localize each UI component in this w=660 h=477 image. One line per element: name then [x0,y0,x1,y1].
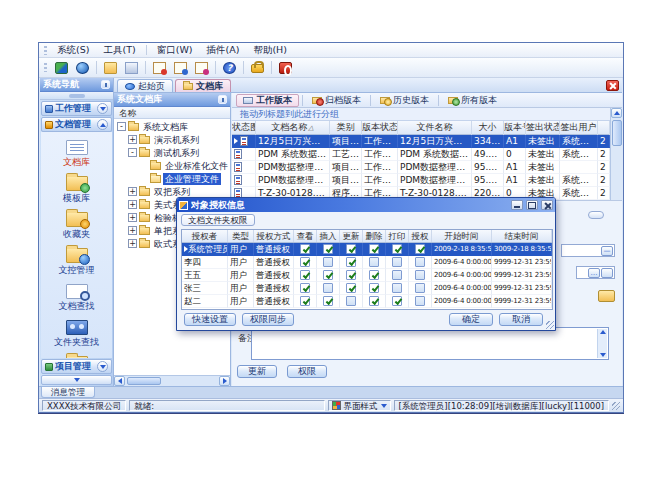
checkbox-checked-icon[interactable] [323,270,333,280]
column-header-8[interactable]: 签出状态 [526,121,560,135]
permission-button[interactable]: 权限 [287,365,327,378]
tree-node[interactable]: 企业标准化文件 [114,159,230,172]
column-header-1[interactable]: 状态图 [232,121,256,135]
sidebar-item-template-library[interactable]: 模板库 [63,172,90,203]
tab-document-library-tab[interactable]: 文档库 [175,79,231,92]
remark-textarea[interactable] [251,327,609,360]
browse-folder-button[interactable] [598,290,615,302]
checkbox-unchecked-icon[interactable] [392,283,402,293]
column-header-9[interactable]: 签出用户 [560,121,598,135]
checkbox-checked-icon[interactable] [300,257,310,267]
close-button[interactable] [541,200,553,210]
column-header-7[interactable]: 删除 [363,230,386,242]
scroll-up-button[interactable] [611,108,622,118]
interface-style-button[interactable]: 界面样式 [328,400,391,411]
minimize-button[interactable] [511,200,523,210]
column-header-7[interactable]: 版本号 [504,121,526,135]
checkbox-unchecked-icon[interactable] [392,270,402,280]
help-button[interactable] [220,59,239,76]
chevron-down-icon[interactable] [97,103,108,114]
checkbox-checked-icon[interactable] [300,283,310,293]
detail-collapse-button[interactable] [588,211,604,219]
column-header-4[interactable]: 查看 [294,230,317,242]
mail-send-button[interactable] [192,59,211,76]
column-header-3[interactable]: 类别 [330,121,362,135]
permission-row[interactable]: 系统管理员用户普通授权2009-2-18 8:35:573009-2-18 8:… [182,243,552,256]
checkbox-checked-icon[interactable] [346,283,356,293]
checkbox-checked-icon[interactable] [392,244,402,254]
column-header-5[interactable]: 插入 [317,230,340,242]
column-header-9[interactable]: 授权 [409,230,432,242]
sidebar-item-folder-search[interactable]: 文件夹查找 [54,316,99,347]
ellipsis-button[interactable]: — [601,246,613,256]
checkbox-checked-icon[interactable] [346,244,356,254]
checkbox-checked-icon[interactable] [369,270,379,280]
column-header-10[interactable]: 开始时间 [432,230,492,242]
column-header-6[interactable]: 大小 [472,121,504,135]
sidebar-scroll-down-button[interactable] [41,375,112,385]
expand-icon[interactable]: + [128,239,137,248]
column-header-2[interactable]: 文档名称△ [256,121,330,135]
group-by-bar[interactable]: 拖动列标题到此进行分组 [232,108,610,121]
checkbox-checked-icon[interactable] [392,296,402,306]
chevron-down-icon[interactable] [97,361,108,372]
tree-horizontal-scrollbar[interactable] [114,375,230,386]
maximize-button[interactable] [526,200,538,210]
resize-grip[interactable] [546,321,554,329]
menu-item-4[interactable]: 插件(A) [199,43,246,57]
tab-home-page[interactable]: 起始页 [117,79,173,92]
connection-button[interactable] [52,59,71,76]
lock-button[interactable] [248,59,267,76]
chevron-up-icon[interactable] [97,119,108,130]
checkbox-checked-icon[interactable] [369,283,379,293]
tab-history-version[interactable]: 历史版本 [374,94,435,107]
tab-document-folder-permissions[interactable]: 文档文件夹权限 [181,214,255,226]
sidebar-item-favorites[interactable]: 收藏夹 [63,208,90,239]
scroll-left-button[interactable] [114,376,125,386]
column-header-3[interactable]: 授权方式 [254,230,294,242]
checkbox-checked-icon[interactable] [300,244,310,254]
permission-row[interactable]: 王五用户普通授权2009-6-4 0:00:009999-12-31 23:59… [182,269,552,282]
mail-new-button[interactable] [150,59,169,76]
checkbox-unchecked-icon[interactable] [346,296,356,306]
tree-node[interactable]: -系统文档库 [114,120,230,133]
ellipsis-button[interactable]: … [588,268,600,278]
checkbox-unchecked-icon[interactable] [415,270,425,280]
ok-button[interactable]: 确定 [449,313,493,326]
sidebar-section-project-management[interactable]: 项目管理 [41,359,112,374]
document-row[interactable]: PDM数据整理方案.doc项目文档工作版本PDM数据整理方案.doc95.00K… [232,161,610,174]
permission-row[interactable]: 李四用户普通授权2009-6-4 0:00:009999-12-31 23:59… [182,256,552,269]
checkbox-checked-icon[interactable] [369,244,379,254]
column-header-1[interactable]: 授权者 [182,230,228,242]
menu-item-3[interactable]: 窗口(W) [150,43,200,57]
tree-node[interactable]: +演示机系列 [114,133,230,146]
column-header-8[interactable]: 打印 [386,230,409,242]
expand-icon[interactable]: + [128,200,137,209]
menu-item-5[interactable]: 帮助(H) [246,43,294,57]
quick-setup-button[interactable]: 快速设置 [184,313,236,326]
collapse-icon[interactable]: - [117,122,126,131]
permission-row[interactable]: 赵二用户普通授权2009-6-4 0:00:009999-12-31 23:59… [182,295,552,308]
remark-scrollbar[interactable] [597,329,607,358]
checkbox-unchecked-icon[interactable] [415,257,425,267]
resize-grip[interactable] [612,402,620,410]
mail-open-button[interactable] [171,59,190,76]
column-header-11[interactable]: 结束时间 [492,230,552,242]
tree-node[interactable]: -测试机系列 [114,146,230,159]
sidebar-section-work-management[interactable]: 工作管理 [41,101,112,116]
detail-field-3[interactable] [561,288,615,304]
document-row[interactable]: 12月5日万兴隆网行...项目文档工作版本12月5日万兴隆网行...334.00… [232,135,610,148]
open-folder-button[interactable] [101,59,120,76]
document-row[interactable]: PDM 系统数据整理检...工艺文档工作版本PDM 系统数据整理...49.50… [232,148,610,161]
sidebar-item-checked-out[interactable]: 签出的文档 [54,352,99,358]
expand-icon[interactable]: + [128,226,137,235]
sidebar-item-document-search[interactable]: 文档查找 [59,280,95,311]
sidebar-collapse-strip[interactable] [40,92,113,100]
expand-icon[interactable]: + [128,213,137,222]
exit-button[interactable] [276,59,295,76]
collapse-icon[interactable]: - [128,148,137,157]
dialog-titlebar[interactable]: 对象授权信息 [177,198,555,212]
sidebar-item-document-library[interactable]: 文档库 [63,136,90,167]
checkbox-checked-icon[interactable] [323,296,333,306]
scroll-right-button[interactable] [219,376,230,386]
